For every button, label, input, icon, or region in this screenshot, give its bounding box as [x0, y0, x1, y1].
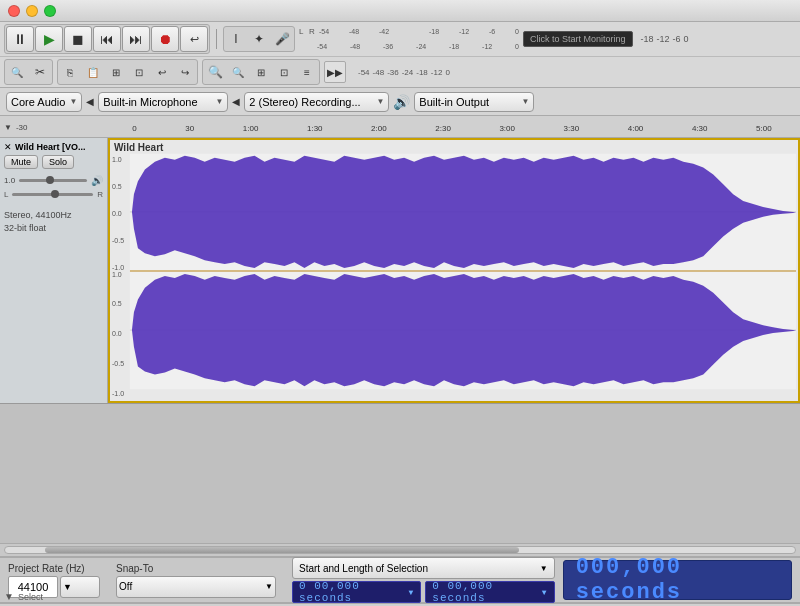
track-collapse-icon[interactable]: ✕	[4, 142, 12, 152]
gain-label: 1.0	[4, 176, 15, 185]
select-tool-label[interactable]: Select	[18, 592, 43, 602]
pause-button[interactable]: ⏸	[6, 26, 34, 52]
play-button[interactable]: ▶	[35, 26, 63, 52]
ruler-marks: 0 30 1:00 1:30 2:00 2:30 3:00 3:30 4:00 …	[108, 124, 800, 135]
loop-button[interactable]: ↩	[180, 26, 208, 52]
undo-button[interactable]: ↩	[151, 61, 173, 83]
zoom-sel-button[interactable]: ⊡	[273, 61, 295, 83]
gain-slider[interactable]	[19, 179, 87, 182]
transport-controls: ⏸ ▶ ◼ ⏮ ⏭ ⏺ ↩	[4, 24, 210, 54]
project-rate-dropdown[interactable]: ▼	[60, 576, 100, 598]
tool-controls: I ✦ 🎤	[223, 26, 295, 52]
timeline-ruler: ▼ -30 0 30 1:00 1:30 2:00 2:30 3:00 3:30…	[0, 116, 800, 138]
scrollbar-track[interactable]	[4, 546, 796, 554]
audio-system-arrow: ▼	[69, 97, 77, 106]
main-time-display-wrapper: 000,000 seconds	[563, 560, 792, 600]
snap-to-arrow: ▼	[265, 582, 273, 591]
pan-thumb[interactable]	[51, 190, 59, 198]
pan-left-label: L	[4, 190, 8, 199]
zoom-tracks-button[interactable]: ≡	[296, 61, 318, 83]
vu-lr-labels: L R -54-48-42-18-12-60 -54-48-36-24-18-1…	[299, 25, 519, 54]
selection-type-select[interactable]: Start and Length of Selection ▼	[292, 557, 555, 579]
zoom-tools: 🔍 🔍 ⊞ ⊡ ≡	[202, 59, 320, 85]
time-field-1[interactable]: 0 00,000 seconds ▼	[292, 581, 421, 603]
input-device-select[interactable]: Built-in Microphone ▼	[98, 92, 228, 112]
stop-button[interactable]: ◼	[64, 26, 92, 52]
zoom-fit-button[interactable]: ⊞	[250, 61, 272, 83]
track-info: Stereo, 44100Hz 32-bit float	[4, 209, 103, 234]
vu-right-scale: -18-12-60	[641, 34, 689, 44]
monitoring-button[interactable]: Click to Start Monitoring	[523, 31, 633, 47]
waveform-svg	[110, 140, 798, 401]
selection-tool-button[interactable]: I	[225, 28, 247, 50]
skip-back-button[interactable]: ⏮	[93, 26, 121, 52]
speaker-icon: 🔊	[393, 94, 410, 110]
empty-area	[0, 403, 800, 543]
title-bar	[0, 0, 800, 22]
record-button[interactable]: ⏺	[151, 26, 179, 52]
maximize-button[interactable]	[44, 5, 56, 17]
clip-tools: ⎘ 📋 ⊞ ⊡ ↩ ↪	[57, 59, 198, 85]
gain-row: 1.0 🔊	[4, 173, 103, 188]
silence-button[interactable]: ⊡	[128, 61, 150, 83]
toolbar-row-1: ⏸ ▶ ◼ ⏮ ⏭ ⏺ ↩ I ✦ 🎤 L R -54-48-42-18-12-…	[0, 22, 800, 56]
mute-button[interactable]: Mute	[4, 155, 38, 169]
zoom-out-button[interactable]: 🔍	[227, 61, 249, 83]
top-waveform	[130, 156, 796, 268]
time-field-2-arrow: ▼	[542, 588, 548, 597]
trim-button[interactable]: ⊞	[105, 61, 127, 83]
vu-scale-top: -54-48-42-18-12-60	[319, 28, 519, 35]
envelope-tool-button[interactable]: ✦	[248, 28, 270, 50]
left-channel-label: L	[299, 27, 307, 36]
track-button-row: Mute Solo	[4, 155, 103, 169]
close-button[interactable]	[8, 5, 20, 17]
right-channel-label: R	[309, 27, 317, 36]
separator-label: ◀	[86, 96, 94, 107]
ruler-left: ▼ -30	[0, 123, 108, 135]
output-device-arrow: ▼	[521, 97, 529, 106]
track-panel: ✕ Wild Heart [VO... Mute Solo 1.0 🔊 L R …	[0, 138, 108, 403]
snap-to-group: Snap-To Off ▼	[116, 563, 276, 598]
time-fields-row: 0 00,000 seconds ▼ 0 00,000 seconds ▼	[292, 581, 555, 603]
selection-group: Start and Length of Selection ▼ 0 00,000…	[292, 557, 555, 603]
separator-label2: ◀	[232, 96, 240, 107]
copy-button[interactable]: ⎘	[59, 61, 81, 83]
toolbar-row-2: 🔍 ✂ ⎘ 📋 ⊞ ⊡ ↩ ↪ 🔍 🔍 ⊞ ⊡ ≡ ▶▶ -54-48-36-2…	[0, 56, 800, 87]
main-time-display: 000,000 seconds	[563, 560, 792, 600]
device-row: Core Audio ▼ ◀ Built-in Microphone ▼ ◀ 2…	[0, 88, 800, 116]
input-device-arrow: ▼	[215, 97, 223, 106]
scrollbar-thumb[interactable]	[45, 547, 519, 553]
zoom-in-button[interactable]: 🔍	[204, 61, 226, 83]
pan-row: L R	[4, 188, 103, 201]
gain-thumb[interactable]	[46, 176, 54, 184]
multi-tool-button[interactable]: ▶▶	[324, 61, 346, 83]
empty-track-area	[0, 404, 800, 543]
skip-forward-button[interactable]: ⏭	[122, 26, 150, 52]
mic-tool-button[interactable]: 🎤	[271, 28, 293, 50]
time-field-2[interactable]: 0 00,000 seconds ▼	[425, 581, 554, 603]
collapse-icon[interactable]: ▼	[4, 591, 14, 602]
snap-to-select[interactable]: Off ▼	[116, 576, 276, 598]
bottom-waveform	[130, 274, 796, 386]
output-device-select[interactable]: Built-in Output ▼	[414, 92, 534, 112]
solo-button[interactable]: Solo	[42, 155, 74, 169]
minimize-button[interactable]	[26, 5, 38, 17]
cut-tool-button[interactable]: ✂	[29, 61, 51, 83]
snap-to-input-row: Off ▼	[116, 576, 276, 598]
project-rate-label: Project Rate (Hz)	[8, 563, 100, 574]
waveform-area[interactable]: Wild Heart 1.0 0.5 0.0 -0.5 -1.0 1.0 0.5…	[108, 138, 800, 403]
channels-arrow: ▼	[376, 97, 384, 106]
track-header: ✕ Wild Heart [VO...	[4, 142, 103, 152]
scale-row2: -54-48-36-24-18-120	[358, 68, 450, 77]
redo-button[interactable]: ↪	[174, 61, 196, 83]
channels-select[interactable]: 2 (Stereo) Recording... ▼	[244, 92, 389, 112]
bottom-panel: Project Rate (Hz) ▼ Snap-To Off ▼ Start …	[0, 557, 800, 606]
snap-to-label: Snap-To	[116, 563, 276, 574]
paste-button[interactable]: 📋	[82, 61, 104, 83]
zoom-tool-button[interactable]: 🔍	[6, 61, 28, 83]
audio-system-select[interactable]: Core Audio ▼	[6, 92, 82, 112]
pan-slider[interactable]	[12, 193, 93, 196]
pan-right-label: R	[97, 190, 103, 199]
selection-type-arrow: ▼	[540, 564, 548, 573]
edit-tools: 🔍 ✂	[4, 59, 53, 85]
